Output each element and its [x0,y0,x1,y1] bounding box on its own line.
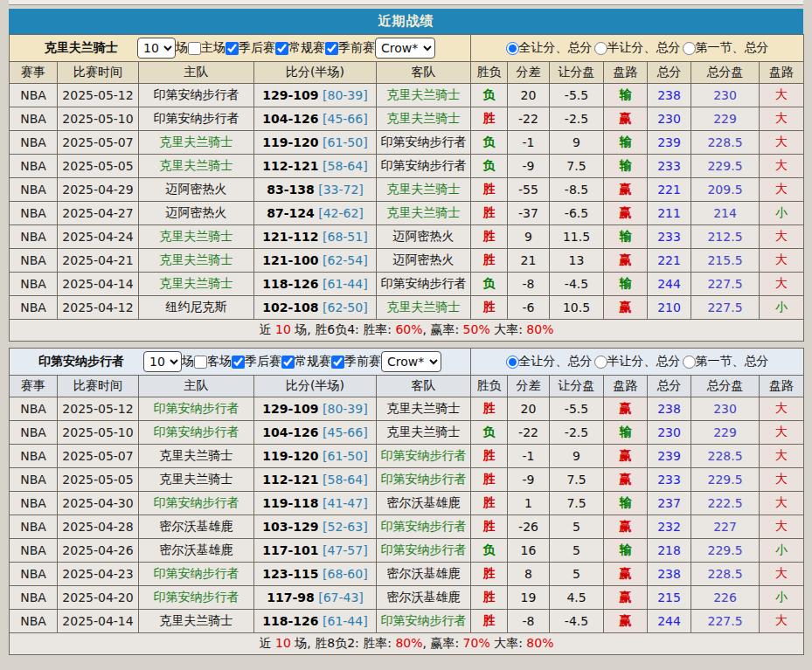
handicap-result-cell: 赢 [604,468,648,492]
column-header: 总分 [648,62,691,84]
league-cell: NBA [10,492,58,515]
summary-row: 近 10 场, 胜8负2: 胜率: 80%, 赢率: 70% 大率: 80% [10,633,804,655]
game-row: NBA2025-04-14克里夫兰骑士118-126 [61-44]印第安纳步行… [10,610,804,633]
source-select[interactable]: Crow* [381,351,441,372]
column-header: 总分 [648,376,691,397]
period-radio[interactable] [506,42,519,55]
season-filter[interactable]: 常规赛 [281,354,331,370]
games-count-select[interactable]: 10 [143,351,182,372]
column-header: 胜负 [471,376,508,397]
season-checkbox[interactable] [281,356,295,369]
over-under-cell: 大 [760,155,804,178]
season-label: 季后赛 [239,40,275,56]
control-right: 全让分、总分半让分、总分第一节、总分 [471,349,804,376]
summary-segment: , 赢率: [423,636,463,650]
venue-checkbox[interactable] [188,42,201,55]
handicap-line-cell: -6.5 [550,202,604,225]
period-radio-option[interactable]: 半让分、总分 [594,40,681,56]
page: 近期战绩 克里夫兰骑士10场主场季后赛常规赛季前赛Crow* 全让分、总分半让分… [0,0,812,655]
season-checkbox[interactable] [226,42,239,55]
handicap-result-cell: 赢 [604,445,648,468]
season-checkbox[interactable] [275,42,288,55]
total-points-cell: 237 [648,492,691,515]
period-radio[interactable] [683,42,696,55]
league-cell: NBA [10,539,58,563]
home-team-cell: 印第安纳步行者 [139,84,254,107]
period-radio[interactable] [594,42,607,55]
home-team-cell: 印第安纳步行者 [139,421,254,445]
total-points-cell: 233 [648,225,691,249]
season-checkbox[interactable] [325,42,338,55]
win-loss-cell: 胜 [471,249,508,273]
win-loss-cell: 胜 [471,445,508,468]
handicap-line-cell: -5.5 [550,84,604,107]
handicap-line-cell: 7.5 [550,492,604,515]
venue-filter[interactable]: 客场 [194,354,232,370]
total-points-cell: 238 [648,397,691,421]
game-row: NBA2025-05-05克里夫兰骑士112-121 [58-64]印第安纳步行… [10,468,804,492]
date-cell: 2025-04-21 [58,249,139,273]
venue-filter[interactable]: 主场 [188,40,226,56]
date-cell: 2025-04-12 [58,296,139,320]
half-score: [45-66] [319,112,368,126]
total-points-cell: 211 [648,202,691,225]
game-row: NBA2025-04-24克里夫兰骑士121-112 [68-51]迈阿密热火胜… [10,225,804,249]
game-row: NBA2025-04-28密尔沃基雄鹿103-129 [52-63]印第安纳步行… [10,515,804,539]
season-checkbox[interactable] [232,356,245,369]
league-cell: NBA [10,515,58,539]
period-radio[interactable] [594,356,607,369]
league-cell: NBA [10,296,58,320]
season-filter[interactable]: 季前赛 [325,40,375,56]
game-row: NBA2025-04-23印第安纳步行者123-115 [68-60]密尔沃基雄… [10,563,804,586]
season-filter[interactable]: 常规赛 [275,40,325,56]
column-header: 赛事 [10,376,58,397]
total-points-cell: 244 [648,273,691,296]
period-radio[interactable] [506,356,519,369]
final-score: 103-129 [262,520,318,534]
source-select[interactable]: Crow* [375,38,435,59]
half-score: [47-57] [319,543,368,557]
league-cell: NBA [10,397,58,421]
win-loss-cell: 负 [471,131,508,155]
total-line-cell: 212.5 [691,225,760,249]
over-under-cell: 大 [760,492,804,515]
win-loss-cell: 负 [471,84,508,107]
period-radio-option[interactable]: 第一节、总分 [683,354,769,370]
point-diff-cell: -55 [508,178,550,202]
total-points-cell: 239 [648,445,691,468]
venue-checkbox[interactable] [194,356,207,369]
handicap-result-cell: 赢 [604,563,648,586]
win-loss-cell: 负 [471,273,508,296]
point-diff-cell: -1 [508,445,550,468]
home-team-cell: 克里夫兰骑士 [139,225,254,249]
date-cell: 2025-05-10 [58,421,139,445]
handicap-line-cell: 7.5 [550,468,604,492]
period-radio-option[interactable]: 半让分、总分 [594,354,681,370]
score-cell: 87-124 [42-62] [254,202,377,225]
total-points-cell: 221 [648,178,691,202]
over-under-cell: 大 [760,563,804,586]
period-radio-option[interactable]: 第一节、总分 [683,40,769,56]
period-radio[interactable] [683,356,696,369]
header-row: 赛事比赛时间主队比分(半场)客队胜负分差让分盘盘路总分总分盘盘路 [10,62,804,84]
point-diff-cell: 16 [508,539,550,563]
point-diff-cell: 19 [508,586,550,610]
season-checkbox[interactable] [331,356,344,369]
half-score: [61-50] [319,449,368,463]
games-count-select[interactable]: 10 [137,38,176,59]
season-filter[interactable]: 季后赛 [232,354,281,370]
summary-cell: 近 10 场, 胜6负4: 胜率: 60%, 赢率: 50% 大率: 80% [10,320,804,342]
season-filter[interactable]: 季后赛 [226,40,275,56]
period-radio-option[interactable]: 全让分、总分 [506,40,593,56]
summary-segment: 10 [275,322,291,336]
season-filter[interactable]: 季前赛 [331,354,381,370]
column-header: 胜负 [471,62,508,84]
home-team-cell: 克里夫兰骑士 [139,131,254,155]
summary-segment: 近 [260,636,275,650]
period-radio-option[interactable]: 全让分、总分 [506,354,593,370]
point-diff-cell: 8 [508,563,550,586]
half-score: [80-39] [319,402,368,416]
column-header: 盘路 [760,62,804,84]
final-score: 102-108 [262,300,318,314]
score-cell: 103-129 [52-63] [254,515,377,539]
